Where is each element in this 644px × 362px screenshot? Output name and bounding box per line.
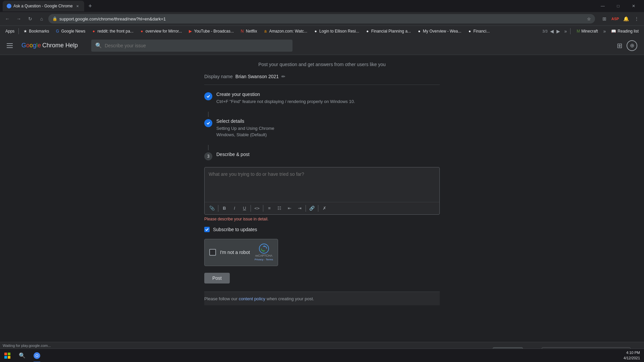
active-tab[interactable]: Ask a Question - Google Chrome ✕ [3, 1, 84, 11]
recaptcha-logo: reCAPTCHA Privacy - Terms [255, 243, 273, 262]
toolbar-separator-4 [306, 205, 306, 212]
star-icon[interactable]: ☆ [587, 16, 591, 21]
start-button[interactable] [0, 349, 15, 362]
content-policy-link[interactable]: content policy [239, 296, 266, 301]
reddit-icon: ● [91, 29, 96, 34]
step-connector-1 [208, 112, 209, 117]
edit-name-icon[interactable]: ✏ [281, 74, 285, 79]
url-text: support.google.com/chrome/thread/new?hl=… [59, 16, 166, 21]
bookmark-nav-prev[interactable]: ◀ [550, 29, 554, 34]
account-icon[interactable]: ⊕ [627, 40, 637, 51]
bookmark-reading-list[interactable]: 📖 Reading list [608, 28, 641, 35]
minimize-button[interactable]: — [595, 0, 610, 12]
bookmark-financial-planning[interactable]: ● Financial Planning a... [363, 28, 414, 35]
google-g: G [21, 42, 26, 49]
bookmark-youtube[interactable]: ▶ YouTube - Broadcas... [185, 28, 237, 35]
bullet-list-button[interactable]: ≡ [265, 204, 274, 213]
bookmarks-more[interactable]: » [564, 29, 567, 34]
apps-grid-icon[interactable]: ⊞ [617, 42, 623, 50]
attach-button[interactable]: 📎 [207, 204, 217, 213]
search-input[interactable] [105, 43, 288, 48]
search-icon: 🔍 [95, 42, 102, 49]
taskbar-app-chrome[interactable] [30, 349, 44, 362]
bookmark-label: Financi... [473, 29, 490, 34]
new-tab-button[interactable]: + [86, 1, 95, 11]
recaptcha-box[interactable]: I'm not a robot reCAPTCHA Privacy - Term… [204, 239, 278, 266]
window-controls: — □ ✕ [595, 0, 641, 12]
svg-rect-4 [8, 356, 10, 359]
url-right-icons: ☆ [587, 16, 591, 21]
bookmark-ellison[interactable]: ● Login to Ellison Resi... [311, 28, 362, 35]
extensions-icon[interactable]: ⊞ [600, 14, 609, 23]
bookmark-google-news[interactable]: G Google News [52, 28, 88, 35]
bookmarks-separator [18, 28, 19, 34]
underline-button[interactable]: U [240, 204, 249, 213]
google-chrome-help-title: Google Chrome Help [21, 42, 78, 49]
forward-button[interactable]: → [14, 14, 23, 23]
bookmark-label: Amazon.com: Watc... [269, 29, 307, 34]
bold-button[interactable]: B [220, 204, 229, 213]
italic-button[interactable]: I [230, 204, 239, 213]
bookmark-financi[interactable]: ● Financi... [465, 28, 492, 35]
browser-toolbar-icons: ⊞ ASP 🔔 ⋮ [600, 14, 641, 23]
help-title: Chrome Help [42, 42, 78, 49]
validation-message: Please describe your issue in detail. [204, 217, 440, 221]
display-name-row: Display name Brian Swanson 2021 ✏ [204, 74, 440, 79]
numbered-list-button[interactable]: ☷ [275, 204, 284, 213]
address-bar: ← → ↻ ⌂ 🔒 support.google.com/chrome/thre… [0, 12, 644, 25]
bookmark-reddit[interactable]: ● reddit: the front pa... [89, 28, 136, 35]
step-1-detail: Ctrl+F "Find" feature not displaying / r… [216, 98, 440, 105]
bookmark-label: reddit: the front pa... [97, 29, 133, 34]
header-right: ⊞ ⊕ [617, 40, 637, 51]
status-text: Waiting for play.google.com... [3, 344, 51, 348]
hamburger-line [7, 47, 13, 48]
recaptcha-branding-text: reCAPTCHA Privacy - Terms [255, 254, 273, 262]
indent-left-button[interactable]: ⇤ [285, 204, 294, 213]
toolbar-separator-2 [251, 205, 251, 212]
bookmark-amazon[interactable]: a Amazon.com: Watc... [260, 28, 310, 35]
chrome-icon [34, 352, 40, 359]
step-3-icon: 3 [204, 152, 212, 160]
step-3-content: Describe & post [216, 152, 440, 158]
bookmarks-overflow[interactable]: » [603, 29, 606, 34]
clear-format-button[interactable]: ✗ [320, 204, 329, 213]
display-name-value: Brian Swanson 2021 [235, 74, 279, 79]
step-2-title: Select details [216, 118, 440, 124]
profile-icon[interactable]: ASP [610, 14, 620, 23]
svg-point-7 [36, 355, 38, 357]
tab-close-button[interactable]: ✕ [75, 3, 80, 9]
taskbar-datetime: 4:10 PM 4/12/2021 [624, 350, 640, 361]
refresh-button[interactable]: ↻ [25, 14, 35, 23]
recaptcha-checkbox[interactable] [209, 249, 216, 256]
bookmark-mirror[interactable]: ● overview for Mirror... [137, 28, 185, 35]
header-search-box[interactable]: 🔍 [91, 40, 292, 52]
bookmark-minecraft[interactable]: M Minecraft [574, 28, 600, 35]
tab-title: Ask a Question - Google Chrome [13, 4, 73, 8]
subscribe-label: Subscribe to updates [213, 227, 257, 232]
more-icon[interactable]: ⋮ [632, 14, 641, 23]
step-1-title: Create your question [216, 92, 440, 97]
bookmark-label: YouTube - Broadcas... [194, 29, 234, 34]
link-button[interactable]: 🔗 [307, 204, 317, 213]
apps-button[interactable]: Apps [3, 28, 17, 35]
post-button[interactable]: Post [204, 273, 230, 283]
home-button[interactable]: ⌂ [37, 14, 46, 23]
bookmark-bookmarks[interactable]: ★ Bookmarks [20, 28, 52, 35]
code-button[interactable]: <> [252, 204, 262, 213]
bookmark-netflix[interactable]: N Netflix [237, 28, 260, 35]
maximize-button[interactable]: □ [610, 0, 626, 12]
notifications-icon[interactable]: 🔔 [621, 14, 631, 23]
close-button[interactable]: ✕ [626, 0, 641, 12]
google-o2: o [30, 42, 33, 49]
taskbar-search-button[interactable]: 🔍 [15, 349, 30, 362]
hamburger-menu[interactable] [7, 41, 16, 50]
indent-right-button[interactable]: ⇥ [295, 204, 304, 213]
subscribe-checkbox[interactable] [204, 227, 210, 232]
bookmark-nav-next[interactable]: ▶ [556, 29, 560, 34]
describe-box: 📎 B I U <> ≡ ☷ ⇤ ⇥ 🔗 ✗ [204, 167, 440, 215]
financi-icon: ● [467, 29, 472, 34]
bookmark-my-overview[interactable]: ● My Overview - Wea... [414, 28, 464, 35]
back-button[interactable]: ← [3, 14, 12, 23]
describe-textarea[interactable] [205, 167, 439, 201]
url-bar[interactable]: 🔒 support.google.com/chrome/thread/new?h… [48, 14, 595, 23]
